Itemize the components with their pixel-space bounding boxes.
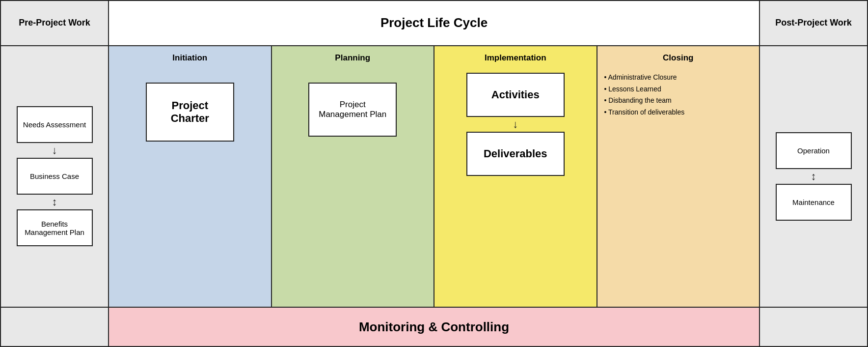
activities-box: Activities xyxy=(466,73,565,117)
planning-label: Planning xyxy=(272,46,434,73)
pre-project-flow: Needs Assessment ↓ Business Case ↕ Benef… xyxy=(1,101,108,251)
business-case-box: Business Case xyxy=(17,158,93,195)
post-project-flow: Operation ↕ Maintenance xyxy=(760,127,867,226)
post-project-content: Operation ↕ Maintenance xyxy=(760,46,868,307)
plc-header: Project Life Cycle xyxy=(108,0,760,46)
initiation-label: Initiation xyxy=(109,46,271,73)
arrow-activities-to-deliverables: ↓ xyxy=(513,117,518,132)
project-charter-box: Project Charter xyxy=(146,83,234,142)
closing-item-2: Lessons Learned xyxy=(604,84,753,95)
monitoring-cell: Monitoring & Controlling xyxy=(108,307,760,347)
implementation-label: Implementation xyxy=(434,46,597,68)
maintenance-box: Maintenance xyxy=(776,184,852,221)
implementation-cell: Implementation Activities ↓ Deliverables xyxy=(434,46,597,307)
closing-cell: Closing Administrative Closure Lessons L… xyxy=(597,46,760,307)
planning-cell: Planning Project Management Plan xyxy=(271,46,434,307)
needs-assessment-box: Needs Assessment xyxy=(17,106,93,143)
closing-item-4: Transition of deliverables xyxy=(604,107,753,118)
deliverables-box: Deliverables xyxy=(466,132,565,176)
pre-project-content: Needs Assessment ↓ Business Case ↕ Benef… xyxy=(0,46,108,307)
operation-box: Operation xyxy=(776,132,852,169)
closing-item-1: Administrative Closure xyxy=(604,72,753,84)
project-management-plan-box: Project Management Plan xyxy=(308,83,397,137)
pre-project-header: Pre-Project Work xyxy=(0,0,108,46)
initiation-cell: Initiation Project Charter xyxy=(108,46,271,307)
closing-item-3: Disbanding the team xyxy=(604,95,753,107)
monitoring-pre-empty xyxy=(0,307,108,347)
benefits-management-plan-box: Benefits Management Plan xyxy=(17,209,93,246)
impl-flow: Activities ↓ Deliverables xyxy=(434,68,597,181)
arrow-operation-to-maintenance: ↕ xyxy=(811,169,816,184)
closing-label: Closing xyxy=(597,46,760,68)
closing-list: Administrative Closure Lessons Learned D… xyxy=(597,68,760,122)
arrow-needs-to-business: ↓ xyxy=(52,143,57,158)
arrow-business-to-benefits: ↕ xyxy=(52,195,57,209)
post-project-header: Post-Project Work xyxy=(760,0,868,46)
monitoring-post-empty xyxy=(760,307,868,347)
